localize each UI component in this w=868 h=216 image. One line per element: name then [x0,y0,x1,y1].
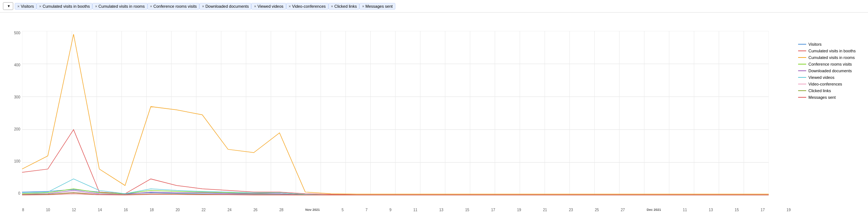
legend-item: Visitors [798,42,864,46]
x-label: 27 [621,208,625,212]
chart-svg [22,31,769,195]
y-label: 0 [4,191,20,195]
legend-line-icon [798,97,806,98]
tag-remove-icon[interactable]: × [289,4,291,8]
x-label: 20 [175,208,179,212]
legend-item: Downloaded documents [798,69,864,73]
legend-line-icon [798,77,806,78]
tag-label: Cumulated visits in booths [43,4,90,8]
legend-item: Messages sent [798,95,864,100]
legend-item: Clicked links [798,88,864,93]
legend-label: Cumulated visits in rooms [808,55,855,60]
legend-line-icon [798,64,806,65]
tag-label: Viewed videos [257,4,284,8]
tag-label: Visitors [21,4,34,8]
x-label: 13 [709,208,713,212]
legend-item: Viewed videos [798,75,864,80]
chevron-down-icon: ▾ [8,4,10,8]
x-label: 17 [491,208,495,212]
legend-label: Conference rooms visits [808,62,852,66]
chart-container: 0100200300400500 810121416182022242628No… [0,13,868,214]
legend-line-icon [798,70,806,71]
tag-label: Video-conferences [292,4,326,8]
y-label: 500 [4,31,20,35]
legend-line-icon [798,90,806,91]
x-label: 10 [46,208,50,212]
legend-label: Viewed videos [808,75,835,80]
tag-viewed-videos[interactable]: ×Viewed videos [251,3,286,10]
y-label: 300 [4,95,20,99]
legend-line-icon [798,84,806,84]
tag-visitors[interactable]: ×Visitors [15,3,36,10]
tag-remove-icon[interactable]: × [202,4,204,8]
x-label: 22 [202,208,206,212]
y-label: 400 [4,63,20,67]
x-label: 5 [342,208,344,212]
x-label: 14 [98,208,102,212]
x-label: 21 [543,208,547,212]
legend-label: Video-conferences [808,82,842,86]
x-label: 23 [569,208,573,212]
y-label: 200 [4,127,20,131]
value-dropdown[interactable]: ▾ [3,2,13,10]
y-label: 100 [4,159,20,163]
tag-cumulated-visits-in-booths[interactable]: ×Cumulated visits in booths [36,3,92,10]
tag-label: Clicked links [334,4,357,8]
tag-messages-sent[interactable]: ×Messages sent [359,3,395,10]
tag-remove-icon[interactable]: × [17,4,19,8]
x-label: 16 [124,208,128,212]
legend-line-icon [798,50,806,51]
tag-label: Downloaded documents [205,4,249,8]
legend-label: Messages sent [808,95,836,100]
x-label: 8 [22,208,24,212]
tag-video-conferences[interactable]: ×Video-conferences [286,3,328,10]
legend-line-icon [798,57,806,58]
x-label: 25 [595,208,599,212]
tag-label: Conference rooms visits [153,4,197,8]
x-label: 13 [439,208,443,212]
x-axis-labels: 810121416182022242628Nov 202157911131517… [22,208,791,212]
x-label: 19 [517,208,521,212]
legend-line-icon [798,44,806,45]
x-label: 7 [366,208,368,212]
y-axis-labels: 0100200300400500 [4,31,20,195]
legend: Visitors Cumulated visits in booths Cumu… [794,13,868,214]
tag-clicked-links[interactable]: ×Clicked links [328,3,360,10]
x-label: Nov 2021 [305,208,320,212]
x-label: 12 [72,208,76,212]
x-label: 19 [787,208,791,212]
x-label: 17 [761,208,765,212]
tags-container: ×Visitors×Cumulated visits in booths×Cum… [15,3,395,10]
x-label: 15 [735,208,739,212]
x-label: 18 [150,208,154,212]
x-label: 15 [465,208,469,212]
tag-cumulated-visits-in-rooms[interactable]: ×Cumulated visits in rooms [92,3,147,10]
x-label: 24 [227,208,231,212]
legend-label: Visitors [808,42,822,46]
tag-remove-icon[interactable]: × [39,4,41,8]
top-bar: ▾ ×Visitors×Cumulated visits in booths×C… [0,0,868,13]
tag-conference-rooms-visits[interactable]: ×Conference rooms visits [147,3,199,10]
tag-label: Messages sent [366,4,393,8]
legend-label: Downloaded documents [808,69,852,73]
legend-item: Cumulated visits in rooms [798,55,864,60]
tag-remove-icon[interactable]: × [95,4,97,8]
x-label: Dec 2021 [647,208,661,212]
legend-item: Video-conferences [798,82,864,86]
legend-item: Conference rooms visits [798,62,864,66]
tag-remove-icon[interactable]: × [331,4,333,8]
chart-area: 0100200300400500 810121416182022242628No… [0,13,794,214]
tag-remove-icon[interactable]: × [362,4,364,8]
tag-downloaded-documents[interactable]: ×Downloaded documents [199,3,251,10]
x-label: 28 [279,208,283,212]
tag-remove-icon[interactable]: × [150,4,152,8]
tag-remove-icon[interactable]: × [254,4,256,8]
legend-label: Clicked links [808,88,831,93]
legend-label: Cumulated visits in booths [808,49,855,53]
x-label: 9 [389,208,392,212]
x-label: 11 [413,208,417,212]
legend-item: Cumulated visits in booths [798,49,864,53]
x-label: 11 [683,208,687,212]
x-label: 26 [253,208,257,212]
tag-label: Cumulated visits in rooms [99,4,145,8]
